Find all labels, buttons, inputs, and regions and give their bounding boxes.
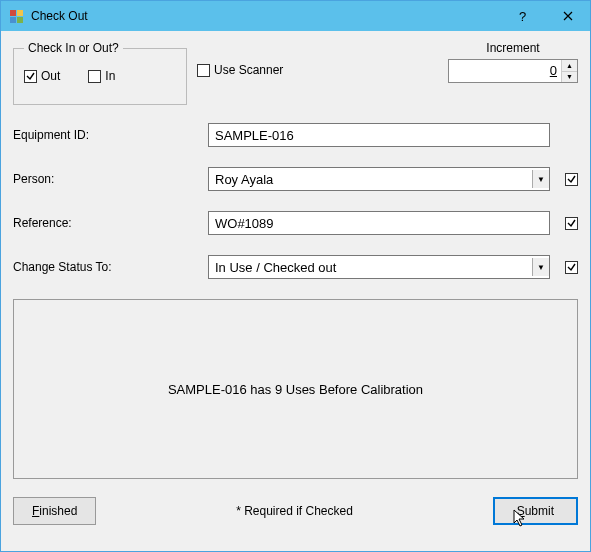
status-panel: SAMPLE-016 has 9 Uses Before Calibration [13,299,578,479]
chevron-down-icon[interactable]: ▼ [532,258,549,276]
in-label: In [105,69,115,83]
change-status-value: In Use / Checked out [215,260,532,275]
status-message: SAMPLE-016 has 9 Uses Before Calibration [168,382,423,397]
svg-rect-3 [17,17,23,23]
change-status-label: Change Status To: [13,260,208,274]
help-button[interactable]: ? [500,1,545,31]
reference-label: Reference: [13,216,208,230]
svg-rect-1 [17,10,23,16]
svg-rect-0 [10,10,16,16]
change-status-combo[interactable]: In Use / Checked out ▼ [208,255,550,279]
app-icon [9,8,25,24]
change-status-required-checkbox[interactable] [565,261,578,274]
person-combo[interactable]: Roy Ayala ▼ [208,167,550,191]
equipment-id-input[interactable] [208,123,550,147]
in-checkbox[interactable]: In [88,69,115,83]
submit-button[interactable]: Submit [493,497,578,525]
chevron-down-icon[interactable]: ▼ [532,170,549,188]
increment-group: Increment 0 ▲ ▼ [448,41,578,83]
out-label: Out [41,69,60,83]
use-scanner-label: Use Scanner [214,63,283,77]
person-required-checkbox[interactable] [565,173,578,186]
check-in-out-group: Check In or Out? Out In [13,41,187,105]
svg-rect-2 [10,17,16,23]
increment-value[interactable]: 0 [449,60,561,82]
close-button[interactable] [545,1,590,31]
finished-button[interactable]: Finished [13,497,96,525]
reference-input[interactable] [208,211,550,235]
person-label: Person: [13,172,208,186]
reference-required-checkbox[interactable] [565,217,578,230]
increment-down-icon[interactable]: ▼ [562,72,577,83]
increment-spinner[interactable]: 0 ▲ ▼ [448,59,578,83]
use-scanner-checkbox[interactable]: Use Scanner [197,63,283,77]
content-area: Check In or Out? Out In [1,31,590,551]
required-note: * Required if Checked [96,504,492,518]
check-in-out-legend: Check In or Out? [24,41,123,55]
increment-label: Increment [448,41,578,55]
person-value: Roy Ayala [215,172,532,187]
equipment-id-label: Equipment ID: [13,128,208,142]
window-title: Check Out [31,9,500,23]
titlebar[interactable]: Check Out ? [1,1,590,31]
window-frame: Check Out ? Check In or Out? Out [0,0,591,552]
increment-up-icon[interactable]: ▲ [562,60,577,72]
out-checkbox[interactable]: Out [24,69,60,83]
